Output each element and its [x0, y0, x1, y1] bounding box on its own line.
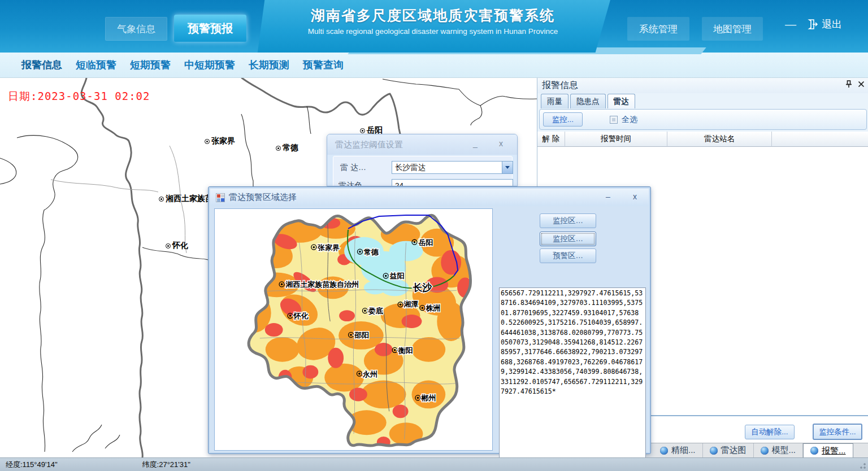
exit-label: 退出: [822, 18, 842, 31]
threshold-dialog-titlebar[interactable]: 雷达监控阈值设置 _ x: [327, 134, 517, 155]
tab-fine-warning[interactable]: 精细...: [653, 443, 703, 457]
alarm-toolbar: 监控... 全选: [539, 109, 867, 130]
globe-icon: [660, 447, 668, 455]
region-dialog-sidebar: 监控区… 监控区… 预警区… 656567.729112211,3297927.…: [496, 208, 646, 451]
dialog-city-label: 郴州: [420, 394, 436, 402]
subnav-nowcast-warning[interactable]: 短临预警: [76, 58, 116, 72]
alarm-tab-strip: 雨量 隐患点 雷达: [541, 94, 635, 108]
dialog-city-label: 永州: [362, 370, 377, 378]
subnav-alarm-info[interactable]: 报警信息: [21, 58, 62, 72]
globe-icon: [710, 447, 718, 455]
city-dot: [276, 146, 281, 151]
tab-alarm[interactable]: 报警...: [803, 443, 853, 457]
dialog-city-label: 娄底: [368, 307, 383, 315]
radar-region-dialog: 雷达预警区域选择 – x: [208, 186, 651, 454]
column-radar-station[interactable]: 雷达站名: [667, 132, 772, 147]
auto-release-button[interactable]: 自动解除...: [745, 425, 795, 439]
alarm-panel-title: 报警信息: [542, 80, 578, 91]
city-dot: [205, 139, 210, 144]
column-release[interactable]: 解 除: [537, 132, 565, 147]
close-icon[interactable]: x: [633, 192, 637, 201]
globe-icon: [761, 447, 769, 455]
dialog-city-label: 益阳: [389, 272, 405, 280]
exit-door-icon: [807, 19, 818, 30]
dialog-city-label: 湘潭: [403, 300, 419, 308]
radar-color-field-label: 雷达色…: [338, 181, 370, 186]
monitor-button[interactable]: 监控...: [543, 112, 583, 127]
dialog-city-label: 株洲: [425, 304, 440, 312]
city-dot: [166, 243, 171, 248]
app-subtitle: Multi scale regional geological disaster…: [255, 27, 610, 36]
minimize-icon[interactable]: _: [473, 139, 478, 148]
minimize-window-button[interactable]: —: [783, 17, 798, 32]
tab-radar-image[interactable]: 雷达图: [703, 443, 754, 457]
nav-warning-forecast[interactable]: 预警预报: [174, 15, 246, 42]
app-header: 湖南省多尺度区域地质灾害预警系统 Multi scale regional ge…: [0, 0, 868, 53]
column-empty: [772, 132, 868, 147]
city-label: 张家界: [211, 136, 235, 146]
subnav-short-term-warning[interactable]: 短期预警: [130, 58, 171, 72]
alarm-table-header: 解 除 报警时间 雷达站名: [537, 132, 868, 147]
radar-threshold-dialog: 雷达监控阈值设置 _ x 雷 达… 长沙雷达 雷达色… 24: [327, 134, 518, 186]
exit-button[interactable]: 退出: [807, 15, 842, 33]
city-label: 常德: [283, 143, 298, 153]
dialog-city-label: 怀化: [293, 312, 309, 320]
subnav-mid-short-warning[interactable]: 中短期预警: [184, 58, 235, 72]
radar-field-label: 雷 达…: [340, 163, 366, 173]
nav-weather-info[interactable]: 气象信息: [105, 17, 167, 41]
window-form-icon: [216, 193, 225, 202]
select-all-label: 全选: [622, 115, 637, 125]
close-icon[interactable]: [858, 81, 865, 88]
dialog-city-label: 常德: [363, 248, 379, 256]
tab-radar[interactable]: 雷达: [607, 94, 635, 108]
tab-hazard-points[interactable]: 隐患点: [570, 94, 606, 108]
app-title: 湖南省多尺度区域地质灾害预警系统: [255, 6, 610, 25]
city-dot: [159, 197, 164, 202]
minimize-icon[interactable]: –: [606, 192, 610, 201]
dialog-city-label: 湘西土家族苗族自治州: [285, 280, 359, 289]
region-map-panel[interactable]: 张家界 常德 岳阳 益阳 湘西土家族苗族自治州 长沙 湘潭 株洲 娄底 怀化 邵…: [214, 208, 493, 451]
city-label: 湘西土家族苗: [166, 194, 213, 204]
map-date-label: 日期:2023-03-31 02:02: [8, 89, 150, 104]
dialog-city-label: 衡阳: [398, 346, 413, 355]
dialog-city-label: 邵阳: [354, 331, 369, 339]
region-dialog-title: 雷达预警区域选择: [229, 192, 297, 203]
dialog-city-label-capital: 长沙: [413, 282, 432, 293]
subnav-warning-query[interactable]: 预警查询: [303, 58, 344, 72]
status-latitude: 纬度:27°21'31": [142, 460, 190, 470]
monitor-condition-button[interactable]: 监控条件...: [813, 424, 862, 440]
hunan-warning-map-svg: 张家界 常德 岳阳 益阳 湘西土家族苗族自治州 长沙 湘潭 株洲 娄底 怀化 邵…: [215, 209, 492, 450]
warning-subnav: 报警信息 短临预警 短期预警 中短期预警 长期预测 预警查询: [0, 53, 868, 78]
city-label: 怀化: [172, 241, 188, 251]
tab-model[interactable]: 模型...: [754, 443, 804, 457]
chevron-down-icon[interactable]: [502, 162, 513, 173]
dialog-city-label: 岳阳: [418, 238, 433, 247]
radar-color-input[interactable]: 24: [392, 179, 513, 186]
pin-icon[interactable]: [845, 80, 852, 88]
monitor-zone-button-2[interactable]: 监控区…: [540, 232, 596, 246]
radar-select-value: 长沙雷达: [392, 163, 502, 173]
resize-grip[interactable]: [858, 461, 866, 469]
radar-select[interactable]: 长沙雷达: [392, 161, 513, 174]
region-coordinates-textarea[interactable]: 656567.729112211,3297927.47615615,538716…: [499, 287, 646, 469]
tab-rainfall[interactable]: 雨量: [541, 94, 568, 108]
nav-map-manage[interactable]: 地图管理: [702, 17, 763, 41]
app-title-banner: 湖南省多尺度区域地质灾害预警系统 Multi scale regional ge…: [255, 0, 610, 53]
column-alarm-time[interactable]: 报警时间: [565, 132, 667, 147]
city-dot: [360, 128, 365, 133]
warning-zone-button[interactable]: 预警区…: [540, 248, 596, 263]
subnav-long-term-forecast[interactable]: 长期预测: [249, 58, 289, 72]
dialog-city-label: 张家界: [317, 243, 340, 252]
monitor-zone-button-1[interactable]: 监控区…: [540, 213, 596, 228]
nav-system-manage[interactable]: 系统管理: [627, 17, 689, 41]
status-longitude: 经度:115°49'14": [6, 460, 58, 470]
globe-icon: [810, 447, 818, 455]
alarm-panel-titlebar: 报警信息: [537, 78, 868, 93]
region-dialog-titlebar[interactable]: 雷达预警区域选择 – x: [210, 189, 649, 206]
threshold-dialog-title: 雷达监控阈值设置: [335, 139, 403, 150]
threshold-dialog-body: 雷 达… 长沙雷达 雷达色… 24: [333, 156, 513, 186]
close-icon[interactable]: x: [499, 139, 503, 148]
status-bar: 经度:115°49'14" 纬度:27°21'31": [0, 457, 868, 471]
select-all-checkbox[interactable]: [610, 116, 618, 124]
